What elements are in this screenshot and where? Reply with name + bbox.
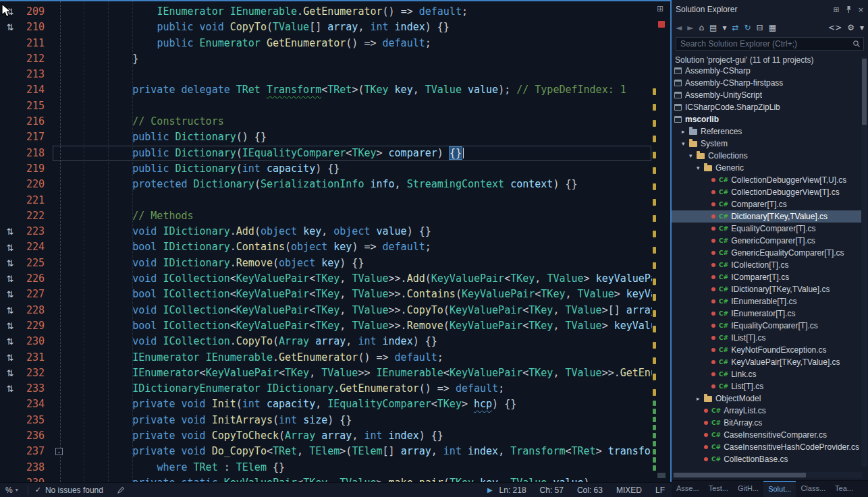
search-input[interactable] <box>679 38 852 49</box>
code-line[interactable]: 212 } <box>0 51 652 67</box>
line-number[interactable]: 226 <box>20 271 49 287</box>
gutter-margin[interactable]: ⇅ <box>0 305 20 316</box>
modified-line-mark[interactable] <box>653 183 656 190</box>
code-line[interactable]: 220 protected Dictionary(SerializationIn… <box>0 177 652 192</box>
code-line[interactable]: 234 private void Init(int capacity, IEqu… <box>0 397 652 412</box>
fold-margin[interactable] <box>53 460 67 475</box>
fold-margin[interactable] <box>53 98 67 114</box>
gutter-margin[interactable]: ⇅ <box>0 243 20 253</box>
line-number[interactable]: 230 <box>20 334 49 349</box>
zoom-dropdown-icon[interactable]: ▾ <box>16 487 18 493</box>
line-number[interactable]: 214 <box>20 82 49 98</box>
tree-item[interactable]: C#BitArray.cs <box>672 417 862 429</box>
fold-margin[interactable] <box>53 4 67 20</box>
code-line[interactable]: ⇅210 public void CopyTo(TValue[] array, … <box>0 20 652 35</box>
fold-margin[interactable] <box>53 146 67 161</box>
line-number[interactable]: 224 <box>20 239 49 255</box>
code-line[interactable]: 238 where TRet : TElem {} <box>0 460 652 475</box>
fold-margin[interactable] <box>53 271 67 287</box>
panel-tab[interactable]: Asse... <box>672 481 704 497</box>
chevron-down-icon[interactable]: ▾ <box>689 152 697 159</box>
gutter-margin[interactable]: ⇅ <box>0 227 20 237</box>
line-number[interactable]: 219 <box>20 161 49 177</box>
fold-margin[interactable] <box>53 20 67 35</box>
tree-item[interactable]: C#ArrayList.cs <box>672 405 862 417</box>
modified-line-mark[interactable] <box>653 357 656 364</box>
line-number[interactable]: 235 <box>20 413 49 428</box>
code-editor[interactable]: ⇅209 IEnumerator IEnumerable.GetEnumerat… <box>0 0 670 482</box>
code-line[interactable]: ⇅229 bool ICollection<KeyValuePair<TKey,… <box>0 318 652 334</box>
tree-item[interactable]: C#CaseInsensitiveHashCodeProvider.cs <box>672 441 862 453</box>
editor-scrollbar-annotations[interactable]: ⊞ <box>652 1 670 482</box>
saved-line-mark[interactable] <box>653 449 656 455</box>
wrench-dropdown-icon[interactable]: ▾ <box>860 24 864 32</box>
play-icon[interactable]: ▶ <box>487 486 493 494</box>
line-number[interactable]: 236 <box>20 428 49 444</box>
line-number[interactable]: 209 <box>20 4 49 20</box>
gutter-margin[interactable]: ⇅ <box>0 368 20 378</box>
panel-tab[interactable]: Solut... <box>763 481 796 497</box>
fold-margin[interactable] <box>53 334 67 349</box>
modified-line-mark[interactable] <box>653 342 656 349</box>
line-number[interactable]: 216 <box>20 114 49 129</box>
modified-line-mark[interactable] <box>653 231 656 237</box>
modified-line-mark[interactable] <box>653 152 656 158</box>
refresh-icon[interactable]: ↻ <box>744 24 751 32</box>
fold-margin[interactable] <box>53 287 67 302</box>
modified-line-mark[interactable] <box>653 215 656 222</box>
line-number[interactable]: 233 <box>20 381 49 397</box>
scope-files-icon[interactable]: ▤ <box>709 24 717 32</box>
modified-line-mark[interactable] <box>653 389 656 396</box>
tree-item[interactable]: C#IList[T].cs <box>672 332 862 344</box>
scrollbar-thumb[interactable] <box>657 473 666 478</box>
modified-line-mark[interactable] <box>653 262 656 269</box>
gutter-margin[interactable]: ⇅ <box>0 384 20 394</box>
collapse-region-icon[interactable]: - <box>55 448 63 455</box>
tree-item[interactable]: C#CollectionDebuggerView[T].cs <box>672 186 862 198</box>
line-number[interactable]: 237 <box>20 444 49 459</box>
code-line[interactable]: 211 public Enumerator GetEnumerator() =>… <box>0 36 652 51</box>
tree-item[interactable]: ▾Generic <box>672 162 862 174</box>
line-number[interactable]: 213 <box>20 67 49 82</box>
code-line[interactable]: 236 private void CopyToCheck(Array array… <box>0 428 652 444</box>
code-line[interactable]: 239 private static KeyValuePair<TKey, TV… <box>0 475 652 482</box>
close-icon[interactable]: × <box>858 5 864 14</box>
gutter-margin[interactable]: ⇅ <box>0 321 20 331</box>
code-line[interactable]: ⇅209 IEnumerator IEnumerable.GetEnumerat… <box>0 4 652 20</box>
fold-margin[interactable] <box>53 208 67 224</box>
modified-line-mark[interactable] <box>653 104 656 111</box>
fold-margin[interactable] <box>53 82 67 98</box>
encoding-indicator[interactable]: MIXED <box>616 486 642 495</box>
search-icon[interactable] <box>852 40 861 48</box>
modified-line-mark[interactable] <box>653 199 656 206</box>
fold-margin[interactable] <box>53 129 67 145</box>
gutter-margin[interactable]: ⇅ <box>0 274 20 284</box>
tree-item[interactable]: C#CaseInsensitiveComparer.cs <box>672 429 862 441</box>
code-line[interactable]: ⇅224 bool IDictionary.Contains(object ke… <box>0 239 652 255</box>
panels-icon[interactable]: ⊞ <box>834 5 840 14</box>
tree-item[interactable]: C#List[T].cs <box>672 380 862 392</box>
code-line[interactable]: ⇅223 void IDictionary.Add(object key, ob… <box>0 224 652 239</box>
error-mark[interactable] <box>658 21 665 28</box>
line-number[interactable]: 225 <box>20 256 49 271</box>
line-number[interactable]: 222 <box>20 208 49 224</box>
tree-item[interactable]: C#IDictionary[TKey,TValue].cs <box>672 283 862 295</box>
fold-margin[interactable] <box>53 318 67 334</box>
gutter-margin[interactable]: ⇅ <box>0 22 20 32</box>
code-lines[interactable]: ⇅209 IEnumerator IEnumerable.GetEnumerat… <box>0 1 652 482</box>
scope-dropdown-icon[interactable]: ▾ <box>722 24 726 32</box>
modified-line-mark[interactable] <box>653 120 656 127</box>
modified-line-mark[interactable] <box>653 279 656 285</box>
home-icon[interactable]: ⌂ <box>699 24 704 32</box>
line-number[interactable]: 212 <box>20 51 49 67</box>
code-line[interactable]: 237- private void Do_CopyTo<TRet, TElem>… <box>0 444 652 459</box>
line-number[interactable]: 223 <box>20 224 49 239</box>
line-number[interactable]: 218 <box>20 146 49 161</box>
tree-item[interactable]: C#GenericEqualityComparer[T].cs <box>672 247 862 259</box>
chevron-down-icon[interactable]: ▾ <box>682 140 689 147</box>
panel-tab[interactable]: GitH... <box>733 481 763 497</box>
tree-item[interactable]: C#IEnumerator[T].cs <box>672 308 862 320</box>
code-line[interactable]: ⇅226 void ICollection<KeyValuePair<TKey,… <box>0 271 652 287</box>
line-indicator[interactable]: Ln: 218 <box>499 486 526 495</box>
code-line[interactable]: 219 public Dictionary(int capacity) {} <box>0 161 652 177</box>
